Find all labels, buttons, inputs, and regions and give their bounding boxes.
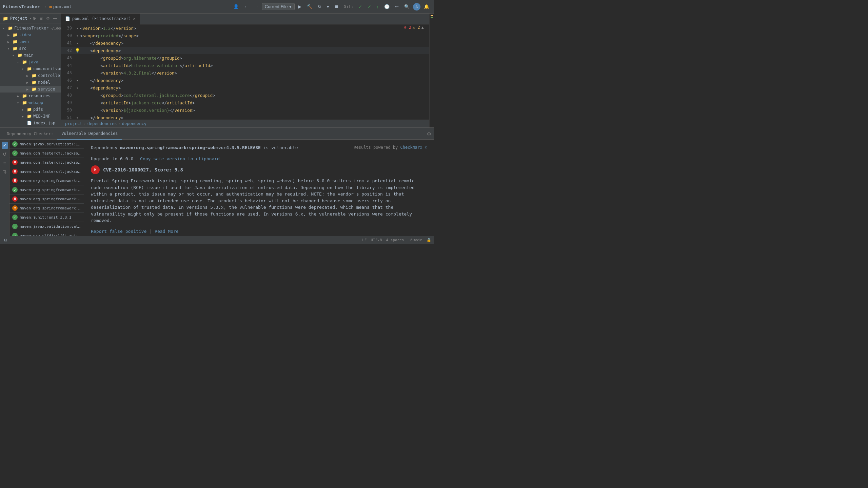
vuln-name-v6: maven:org.springframework:spring-aop:4.3…: [20, 188, 81, 192]
sidebar: 📁 Project ▾ ⊕ ⊟ ⚙ — ▾ 📁 FitnessTracker ~…: [0, 14, 61, 127]
panel-icon-filter[interactable]: ≡: [2, 159, 7, 167]
notifications-button[interactable]: 🔔: [422, 3, 431, 10]
tree-item-webapp[interactable]: ▾ 📁 webapp: [0, 99, 61, 106]
fold-46[interactable]: ▾: [75, 79, 80, 82]
vuln-item-v5[interactable]: H maven:org.springframework:spring-beans…: [9, 176, 84, 185]
error-warning-overlay: ⊗ 2 ⚠ 2 ▲: [404, 25, 424, 30]
tree-item-src[interactable]: ▾ 📁 src: [0, 45, 61, 52]
current-file-button[interactable]: Current File ▾: [262, 3, 295, 10]
vuln-name-v10: maven:javax.validation:validation-api:1.…: [20, 224, 81, 229]
tab-label: pom.xml (FitnessTracker): [72, 16, 131, 21]
code-line-43: 43 <groupId>org.hibernate</groupId>: [61, 54, 429, 62]
folder-icon-controller: 📁: [31, 73, 37, 78]
vuln-item-v9[interactable]: ✓ maven:junit:junit:3.8.1: [9, 213, 84, 222]
vuln-item-v2[interactable]: ✓ maven:com.fasterxml.jackson.core:jacks…: [9, 149, 84, 158]
vuln-item-v6[interactable]: ✓ maven:org.springframework:spring-aop:4…: [9, 185, 84, 195]
code-editor[interactable]: ⊗ 2 ⚠ 2 ▲ 39 ▾ <version>1.2</version> 40…: [61, 24, 429, 120]
fold-51[interactable]: ▾: [75, 116, 80, 120]
undo-button[interactable]: ↩: [393, 3, 401, 10]
tree-arrow-resources: ▶: [17, 94, 22, 98]
tree-item-java[interactable]: ▾ 📁 java: [0, 59, 61, 65]
tree-label-service: service: [38, 87, 55, 92]
report-false-positive-link[interactable]: Report false positive: [91, 229, 146, 234]
sidebar-settings-button[interactable]: ⚙: [45, 16, 51, 21]
folder-icon-root: 📁: [7, 25, 13, 31]
tree-item-mvn[interactable]: ▶ 📁 .mvn: [0, 38, 61, 45]
powered-by: Results powered by Checkmarx ©: [354, 145, 427, 150]
stop-button[interactable]: ⏹: [333, 3, 341, 10]
profile-button[interactable]: 👤: [231, 3, 241, 10]
git-push-button[interactable]: ↑: [375, 3, 381, 10]
ok-stripe: [431, 17, 433, 18]
vuln-item-v3[interactable]: H maven:com.fasterxml.jackson.core:jacks…: [9, 158, 84, 167]
fold-41[interactable]: ▾: [75, 41, 80, 45]
maven-icon: m: [49, 4, 52, 9]
vuln-item-v8[interactable]: M maven:org.springframework:spring-conte…: [9, 204, 84, 213]
panel-tab-checker[interactable]: Dependency Checker:: [3, 128, 57, 140]
dropdown-button[interactable]: ▾: [325, 3, 331, 10]
tree-item-idea[interactable]: ▶ 📁 .idea: [0, 32, 61, 38]
vuln-name-v7: maven:org.springframework:spring-core:4.…: [20, 197, 81, 201]
tree-item-webinf[interactable]: ▶ 📁 WEB-INF: [0, 113, 61, 120]
right-gutter: [429, 14, 434, 127]
status-branch[interactable]: ⎇ main: [408, 238, 423, 242]
build-button[interactable]: 🔨: [305, 3, 314, 10]
read-more-link[interactable]: Read More: [155, 229, 178, 234]
fold-40[interactable]: ▾: [75, 34, 80, 38]
status-encoding[interactable]: UTF-8: [371, 238, 382, 242]
tab-file-icon: 📄: [65, 16, 70, 21]
brand-label: FitnessTracker: [3, 4, 40, 9]
tree-item-controller[interactable]: ▶ 📁 controller: [0, 72, 61, 79]
copy-safe-version-link[interactable]: Copy safe version to clipboard: [140, 156, 220, 161]
expand-button[interactable]: ▲: [421, 25, 424, 30]
fold-39[interactable]: ▾: [75, 26, 80, 30]
reload-button[interactable]: ↻: [316, 3, 323, 10]
status-lf[interactable]: LF: [362, 238, 367, 242]
panel-settings-button[interactable]: ⚙: [427, 131, 431, 137]
panel-tab-vulnerable[interactable]: Vulnerable Dependencies: [57, 128, 122, 140]
search-button[interactable]: 🔍: [402, 3, 412, 10]
sidebar-minimize-button[interactable]: —: [52, 16, 58, 21]
status-expand-button[interactable]: ⊡: [3, 238, 8, 242]
sidebar-collapse-button[interactable]: ⊟: [38, 16, 44, 21]
forward-button[interactable]: →: [252, 3, 260, 10]
vuln-item-v7[interactable]: H maven:org.springframework:spring-core:…: [9, 195, 84, 204]
git-history-button[interactable]: 🕐: [382, 3, 392, 10]
code-line-39: 39 ▾ <version>1.2</version>: [61, 24, 429, 32]
panel-icon-check[interactable]: ✓: [2, 142, 8, 149]
vuln-item-v1[interactable]: ✓ maven:javax.servlet:jstl:1.2: [9, 140, 84, 149]
vuln-item-v4[interactable]: H maven:com.fasterxml.jackson.core:jacks…: [9, 167, 84, 176]
upgrade-version: 6.0.0: [120, 156, 133, 161]
avatar-button[interactable]: A: [413, 3, 420, 11]
code-line-46: 46 ▾ </dependency>: [61, 77, 429, 84]
fold-42[interactable]: 💡: [75, 48, 80, 53]
tree-item-index-jsp[interactable]: 📄 index.jsp: [0, 120, 61, 125]
vuln-item-v10[interactable]: ✓ maven:javax.validation:validation-api:…: [9, 222, 84, 231]
tab-pom-xml[interactable]: 📄 pom.xml (FitnessTracker) ✕: [61, 14, 140, 24]
tree-item-pdfs[interactable]: ▶ 📁 pdfs: [0, 106, 61, 113]
fold-47[interactable]: ▾: [75, 86, 80, 90]
panel-icon-sort[interactable]: ⇅: [2, 168, 8, 176]
code-line-49: 49 <artifactId>jackson-core</artifactId>: [61, 99, 429, 106]
tree-item-service[interactable]: ▶ 📁 service: [0, 86, 61, 93]
git-check-button[interactable]: ✓: [356, 3, 364, 10]
breadcrumb-dependencies[interactable]: dependencies: [87, 121, 117, 126]
breadcrumb-project[interactable]: project: [65, 121, 82, 126]
tree-item-root[interactable]: ▾ 📁 FitnessTracker ~/IdeaProjects/Fitnes…: [0, 25, 61, 32]
tab-close-button[interactable]: ✕: [133, 16, 135, 21]
git-check2-button[interactable]: ✓: [366, 3, 373, 10]
tree-item-model[interactable]: ▶ 📁 model: [0, 79, 61, 86]
breadcrumb-dependency[interactable]: dependency: [122, 121, 146, 126]
line-content-41: </dependency>: [80, 41, 427, 46]
sidebar-add-button[interactable]: ⊕: [32, 16, 37, 21]
panel-icon-refresh[interactable]: ↺: [2, 150, 8, 158]
vuln-item-v11[interactable]: ✓ maven:org.slf4j:slf4j-api:1.6.1: [9, 231, 84, 236]
tree-item-main[interactable]: ▾ 📁 main: [0, 52, 61, 59]
sidebar-scrollbar[interactable]: [0, 125, 61, 127]
run-button[interactable]: ▶: [296, 3, 303, 10]
back-button[interactable]: ←: [242, 3, 251, 10]
tree-item-resources[interactable]: ▶ 📁 resources: [0, 93, 61, 99]
tree-item-package[interactable]: ▾ 📁 com.maritvandijk: [0, 65, 61, 72]
checkmarx-link[interactable]: Checkmarx ©: [400, 145, 427, 150]
status-indent[interactable]: 4 spaces: [386, 238, 404, 242]
